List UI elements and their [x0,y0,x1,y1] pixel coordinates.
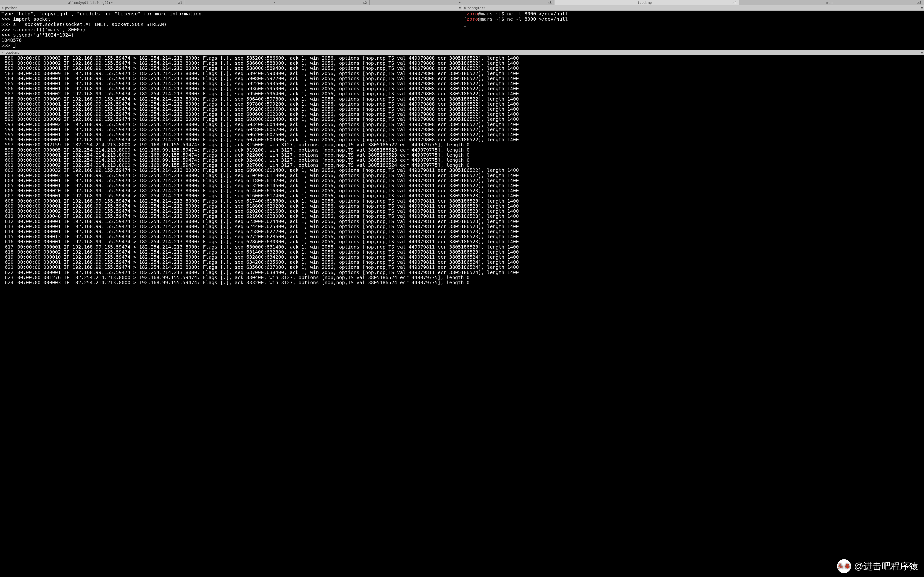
watermark-text: @进击吧程序猿 [854,560,918,572]
tcpdump-line: 61000:00:00.000002 IP 192.168.99.155.594… [2,209,922,214]
close-icon[interactable]: × [2,6,3,10]
tcpdump-line: 60300:00:00.000003 IP 192.168.99.155.594… [2,173,922,178]
tcpdump-line: 60900:00:00.000001 IP 192.168.99.155.594… [2,203,922,209]
tcpdump-line: 58700:00:00.000002 IP 192.168.99.155.594… [2,91,922,96]
window-tabstrip: allen@yq01-liufeng27:~⌘1~⌘2~⌘3tcpdump⌘4m… [0,0,924,5]
menu-icon[interactable]: ≡ [459,6,460,10]
tcpdump-line: 58000:00:00.000003 IP 192.168.99.155.594… [2,56,922,61]
menu-icon[interactable]: ≡ [921,50,922,54]
tab-title: man [741,0,917,5]
tcpdump-line: 60600:00:00.000020 IP 192.168.99.155.594… [2,188,922,193]
tcpdump-line: 59700:00:00.002159 IP 182.254.214.213.80… [2,142,922,147]
close-icon[interactable]: × [464,6,466,10]
pane-tcpdump-title: tcpdump [5,50,19,54]
cursor-icon [13,43,15,48]
window-tab-2[interactable]: ~⌘3 [370,0,554,5]
terminal-line: [zoro@mars ~]$ nc -l 8000 >/dev/null [464,16,923,22]
terminal-line: >>> import socket [2,16,460,22]
tcpdump-line: 61400:00:00.000001 IP 192.168.99.155.594… [2,229,922,234]
pane-python[interactable]: × python ≡ Type "help", "copyright", "cr… [0,5,462,50]
pane-python-titlebar: × python ≡ [0,5,462,11]
tcpdump-line: 58100:00:00.000002 IP 192.168.99.155.594… [2,61,922,66]
tcpdump-line: 59800:00:00.000005 IP 182.254.214.213.80… [2,148,922,153]
python-terminal[interactable]: Type "help", "copyright", "credits" or "… [0,11,462,48]
window-tab-4[interactable]: man⌘5 [739,0,924,5]
tcpdump-line: 60500:00:00.000001 IP 192.168.99.155.594… [2,183,922,188]
window-tab-3[interactable]: tcpdump⌘4 [554,0,739,5]
terminal-line: >>> s.connect(('mars', 8000)) [2,27,460,32]
tcpdump-line: 59300:00:00.000002 IP 192.168.99.155.594… [2,122,922,127]
watermark-logo-icon: 头 条 [837,559,851,573]
terminal-line: >>> [2,43,460,48]
tcpdump-line: 58600:00:00.000001 IP 192.168.99.155.594… [2,86,922,91]
tcpdump-line: 59500:00:00.000001 IP 192.168.99.155.594… [2,132,922,137]
tcpdump-line: 58900:00:00.000001 IP 192.168.99.155.594… [2,102,922,106]
menu-icon[interactable]: ≡ [921,6,922,10]
tcpdump-line: 60100:00:00.000002 IP 182.254.214.213.80… [2,163,922,168]
tcpdump-line: 59000:00:00.000001 IP 192.168.99.155.594… [2,106,922,112]
tcpdump-line: 60400:00:00.000001 IP 192.168.99.155.594… [2,178,922,183]
tcpdump-line: 60800:00:00.000001 IP 192.168.99.155.594… [2,198,922,203]
tcpdump-output[interactable]: 58000:00:00.000003 IP 192.168.99.155.594… [0,55,924,285]
tcpdump-line: 61500:00:00.000013 IP 192.168.99.155.594… [2,234,922,239]
tcpdump-line: 58200:00:00.000001 IP 192.168.99.155.594… [2,66,922,71]
tab-title: ~ [372,0,548,5]
tcpdump-line: 60700:00:00.000001 IP 192.168.99.155.594… [2,193,922,198]
tcpdump-line: 61900:00:00.000010 IP 192.168.99.155.594… [2,255,922,259]
pane-remote-title: zoro@mars [467,6,486,10]
pane-tcpdump-titlebar: × tcpdump ≡ [0,50,924,55]
upper-panes: × python ≡ Type "help", "copyright", "cr… [0,5,924,50]
tcpdump-line: 58300:00:00.000009 IP 192.168.99.155.594… [2,71,922,76]
tcpdump-line: 61100:00:00.000048 IP 192.168.99.155.594… [2,214,922,219]
tcpdump-line: 58800:00:00.000009 IP 192.168.99.155.594… [2,97,922,102]
terminal-line: [zoro@mars ~]$ nc -l 8000 >/dev/null [464,11,923,16]
watermark: 头 条 @进击吧程序猿 [837,559,918,573]
tcpdump-line: 59100:00:00.000001 IP 192.168.99.155.594… [2,112,922,117]
pane-remote-titlebar: × zoro@mars ≡ [462,5,924,11]
tcpdump-line: 62200:00:00.000001 IP 192.168.99.155.594… [2,270,922,275]
tcpdump-line: 58500:00:00.000001 IP 192.168.99.155.594… [2,81,922,86]
tcpdump-line: 61600:00:00.000001 IP 192.168.99.155.594… [2,239,922,244]
tab-shortcut: ⌘2 [363,0,367,5]
tcpdump-line: 60000:00:00.000001 IP 182.254.214.213.80… [2,158,922,163]
tcpdump-line: 62100:00:00.000001 IP 192.168.99.155.594… [2,265,922,270]
tcpdump-line: 60200:00:00.000032 IP 192.168.99.155.594… [2,168,922,173]
tcpdump-line: 59600:00:00.000001 IP 192.168.99.155.594… [2,137,922,142]
tcpdump-line: 61200:00:00.000001 IP 192.168.99.155.594… [2,219,922,224]
window-tab-0[interactable]: allen@yq01-liufeng27:~⌘1 [0,0,185,5]
terminal-line [464,22,923,27]
tcpdump-line: 62300:00:00.001276 IP 182.254.214.213.80… [2,275,922,280]
tcpdump-line: 62400:00:00.000003 IP 182.254.214.213.80… [2,280,922,285]
tcpdump-line: 61300:00:00.000001 IP 192.168.99.155.594… [2,224,922,229]
terminal-line: 1048576 [2,37,460,43]
watermark-logo-text: 头 条 [838,564,850,569]
pane-python-title: python [5,6,17,10]
close-icon[interactable]: × [2,51,3,54]
pane-remote[interactable]: × zoro@mars ≡ [zoro@mars ~]$ nc -l 8000 … [462,5,924,50]
tcpdump-line: 61800:00:00.000002 IP 192.168.99.155.594… [2,250,922,255]
terminal-line: >>> s = socket.socket(socket.AF_INET, so… [2,22,460,27]
tab-title: ~ [187,0,363,5]
tab-shortcut: ⌘5 [917,0,921,5]
tcpdump-line: 58400:00:00.000001 IP 192.168.99.155.594… [2,76,922,81]
tab-title: tcpdump [557,0,733,5]
tcpdump-line: 61700:00:00.000001 IP 192.168.99.155.594… [2,245,922,250]
window-tab-1[interactable]: ~⌘2 [185,0,370,5]
tab-shortcut: ⌘3 [548,0,552,5]
tab-shortcut: ⌘4 [733,0,737,5]
terminal-line: >>> s.send('a'*1024*1024) [2,32,460,37]
terminal-line: Type "help", "copyright", "credits" or "… [2,11,460,16]
tcpdump-line: 62000:00:00.000001 IP 192.168.99.155.594… [2,259,922,265]
tcpdump-line: 59900:00:00.000001 IP 182.254.214.213.80… [2,153,922,158]
tcpdump-line: 59200:00:00.000009 IP 192.168.99.155.594… [2,117,922,122]
cursor-icon [464,22,466,26]
tab-shortcut: ⌘1 [178,0,182,5]
tab-title: allen@yq01-liufeng27:~ [2,0,178,5]
remote-terminal[interactable]: [zoro@mars ~]$ nc -l 8000 >/dev/null[zor… [462,11,924,27]
tcpdump-line: 59400:00:00.000001 IP 192.168.99.155.594… [2,127,922,132]
